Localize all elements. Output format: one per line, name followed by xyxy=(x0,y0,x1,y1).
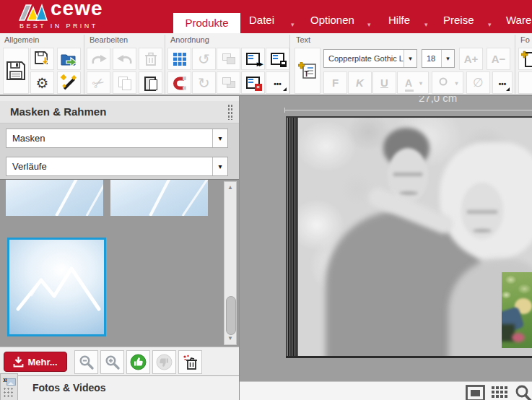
italic-button[interactable]: K xyxy=(348,71,372,94)
dots-grid-icon xyxy=(3,387,13,397)
photobook-cover[interactable] xyxy=(286,116,532,358)
mask-thumbnail[interactable] xyxy=(110,180,208,216)
delete-page-button[interactable]: × xyxy=(241,71,265,94)
mask-preview-icon xyxy=(110,180,208,216)
canvas-zoom-button[interactable] xyxy=(515,385,532,400)
scroll-up-icon[interactable]: ▲ xyxy=(224,182,236,194)
rotate-left-button[interactable]: ↺ xyxy=(192,48,216,70)
save-button[interactable] xyxy=(3,48,29,94)
add-text-button[interactable]: T xyxy=(295,48,320,94)
font-increase-label: A+ xyxy=(464,53,479,65)
photo-icon xyxy=(6,378,16,386)
grid-toggle-button[interactable] xyxy=(167,48,191,70)
assistant-button[interactable] xyxy=(57,71,81,94)
mask-thumbnail-list: ▲ ▼ xyxy=(0,179,239,347)
scroll-down-icon[interactable]: ▼ xyxy=(224,333,236,344)
bring-forward-button[interactable] xyxy=(217,48,240,70)
menu-item-datei[interactable]: Datei xyxy=(249,14,274,26)
font-family-value: Copperplate Gothic Ligh xyxy=(324,50,404,67)
text-background-color-button[interactable]: ▾ xyxy=(432,71,463,94)
no-style-button[interactable]: ∅ xyxy=(466,71,490,94)
masks-dropdown[interactable]: Masken ▾ xyxy=(6,129,228,148)
drag-handle-icon[interactable] xyxy=(227,104,233,120)
menu-item-produkte[interactable]: Produkte xyxy=(173,13,240,33)
thumbnail-scrollbar[interactable]: ▲ ▼ xyxy=(224,181,237,345)
book-spine xyxy=(286,118,298,356)
mask-thumbnail-selected[interactable] xyxy=(7,238,106,336)
zoom-in-thumbs-button[interactable] xyxy=(100,350,124,374)
magic-wand-icon xyxy=(61,74,78,92)
decrease-font-button[interactable]: A− xyxy=(487,48,510,70)
underline-label: U xyxy=(380,77,388,89)
ellipsis-icon: ••• xyxy=(274,80,282,88)
paste-button[interactable] xyxy=(139,71,162,94)
send-backward-button[interactable] xyxy=(217,71,240,94)
menu-item-warenkorb[interactable]: Ware xyxy=(506,14,531,26)
cewe-logo[interactable]: cewe BEST IN PRINT xyxy=(0,0,115,33)
logo-text: cewe xyxy=(51,0,103,20)
thumbs-down-icon xyxy=(156,354,173,370)
cut-button[interactable]: ✂ xyxy=(87,71,110,94)
toolbar-divider xyxy=(84,35,84,94)
thumbs-up-icon xyxy=(130,354,147,370)
menu-item-preise[interactable]: Preise xyxy=(443,14,474,26)
rate-down-button[interactable] xyxy=(152,350,176,374)
fotos-videos-bar[interactable]: » Fotos & Videos xyxy=(0,375,239,400)
bold-button[interactable]: F xyxy=(323,71,347,94)
mountain-mask-icon xyxy=(9,240,104,334)
arrange-more-button[interactable]: ••• xyxy=(266,71,289,94)
inserted-photo[interactable] xyxy=(502,272,532,348)
undo-button[interactable] xyxy=(87,48,110,70)
photo-tool-button[interactable] xyxy=(518,71,532,94)
increase-font-button[interactable]: A+ xyxy=(459,48,483,70)
zoom-out-thumbs-button[interactable] xyxy=(74,350,98,374)
rotate-right-button[interactable]: ↻ xyxy=(192,71,216,94)
top-menu-bar: cewe BEST IN PRINT Produkte Datei ▾ Opti… xyxy=(0,0,532,33)
chevron-down-icon[interactable]: ▾ xyxy=(441,50,454,67)
cover-photo-image[interactable] xyxy=(298,118,532,356)
chevron-down-icon[interactable]: ▾ xyxy=(212,129,227,147)
open-project-button[interactable] xyxy=(57,48,81,70)
rotate-ccw-icon: ↺ xyxy=(198,52,210,66)
menu-item-hilfe[interactable]: Hilfe xyxy=(388,14,410,26)
overview-grid-button[interactable] xyxy=(492,386,510,400)
font-size-select[interactable]: 18 ▾ xyxy=(422,49,455,68)
single-page-view-button[interactable] xyxy=(466,385,485,400)
mask-thumbnail[interactable] xyxy=(6,180,103,216)
paste-icon xyxy=(144,76,157,90)
redo-button[interactable] xyxy=(113,48,136,70)
settings-button[interactable]: ⚙ xyxy=(30,71,54,94)
scrollbar-thumb[interactable] xyxy=(226,296,236,335)
logo-tagline: BEST IN PRINT xyxy=(19,22,98,30)
toolbar-divider xyxy=(515,35,515,94)
gradients-dropdown-value: Verläufe xyxy=(6,157,212,175)
main-toolbar: Allgemein Bearbeiten Anordnung Text Fo xyxy=(0,33,532,96)
add-photo-button[interactable] xyxy=(518,48,532,70)
editor-canvas[interactable]: 27,0 cm xyxy=(240,96,532,381)
copy-button[interactable] xyxy=(113,71,136,94)
font-family-select[interactable]: Copperplate Gothic Ligh ▾ xyxy=(323,49,417,68)
scissors-icon: ✂ xyxy=(90,74,108,92)
magnifier-plus-icon xyxy=(105,355,120,370)
more-masks-button[interactable]: Mehr... xyxy=(4,352,67,372)
remove-mask-button[interactable] xyxy=(178,350,202,374)
slideshow-button[interactable]: ▶▶ xyxy=(241,48,265,70)
chevron-down-icon[interactable]: ▾ xyxy=(404,50,417,67)
gradients-dropdown[interactable]: Verläufe ▾ xyxy=(6,157,228,176)
font-decrease-label: A− xyxy=(492,53,506,65)
snap-magnet-button[interactable] xyxy=(167,71,191,94)
chevron-down-icon[interactable]: ▾ xyxy=(212,157,227,175)
trash-icon xyxy=(144,52,157,66)
save-as-button[interactable] xyxy=(30,48,54,70)
underline-button[interactable]: U xyxy=(372,71,396,94)
chevron-down-icon: ▾ xyxy=(488,22,492,28)
menu-item-optionen[interactable]: Optionen xyxy=(310,14,354,26)
delete-button[interactable] xyxy=(139,48,162,70)
text-more-button[interactable]: ••• xyxy=(492,71,513,94)
save-page-button[interactable] xyxy=(266,48,289,70)
floppy-disk-icon xyxy=(5,60,27,82)
bold-label: F xyxy=(332,77,339,89)
font-color-button[interactable]: A▾ xyxy=(397,71,429,94)
rate-up-button[interactable] xyxy=(126,350,150,374)
panel-collapse-control[interactable]: » xyxy=(0,373,18,400)
